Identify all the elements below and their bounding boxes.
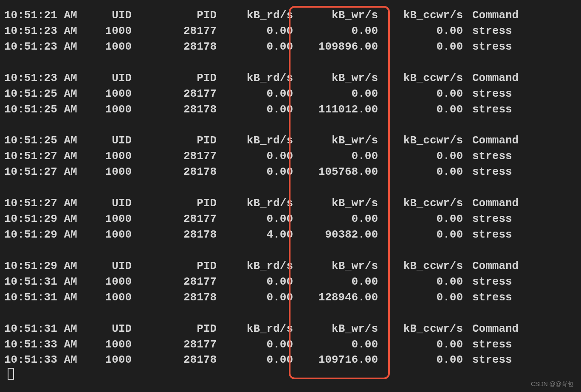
data-row: 10:51:33 AM1000281780.00109716.000.00str…: [4, 352, 577, 368]
uid-cell: 1000: [89, 290, 132, 305]
cursor: [8, 368, 14, 380]
pid-cell: PID: [132, 321, 217, 337]
data-row: 10:51:25 AM1000281780.00111012.000.00str…: [4, 102, 577, 118]
uid-cell: 1000: [89, 227, 132, 243]
time-cell: 10:51:29 AM: [4, 211, 89, 227]
kb-wr-cell: 0.00: [293, 211, 378, 227]
kb-wr-cell: 111012.00: [293, 102, 378, 118]
time-cell: 10:51:27 AM: [4, 196, 89, 211]
command-cell: Command: [463, 321, 549, 337]
kb-wr-cell: 105768.00: [293, 164, 378, 180]
data-row: 10:51:27 AM1000281780.00105768.000.00str…: [4, 164, 577, 180]
kb-wr-cell: 0.00: [293, 337, 378, 353]
header-row: 10:51:21 AMUIDPIDkB_rd/skB_wr/skB_ccwr/s…: [4, 8, 577, 23]
uid-cell: 1000: [89, 23, 132, 39]
time-cell: 10:51:33 AM: [4, 352, 89, 368]
command-cell: stress: [463, 164, 549, 180]
uid-cell: 1000: [89, 86, 132, 102]
kb-wr-cell: 128946.00: [293, 290, 378, 305]
kb-wr-cell: kB_wr/s: [293, 70, 378, 86]
pid-cell: 28178: [132, 290, 217, 305]
header-row: 10:51:29 AMUIDPIDkB_rd/skB_wr/skB_ccwr/s…: [4, 258, 577, 274]
kb-rd-cell: 0.00: [217, 290, 293, 305]
kb-rd-cell: 0.00: [217, 39, 293, 55]
uid-cell: 1000: [89, 164, 132, 180]
time-cell: 10:51:29 AM: [4, 258, 89, 274]
command-cell: stress: [463, 23, 549, 39]
kb-ccwr-cell: 0.00: [378, 227, 463, 243]
pid-cell: 28177: [132, 211, 217, 227]
uid-cell: UID: [89, 133, 132, 148]
pid-cell: 28178: [132, 227, 217, 243]
pid-cell: 28177: [132, 274, 217, 290]
uid-cell: 1000: [89, 148, 132, 164]
command-cell: stress: [463, 148, 549, 164]
pid-cell: PID: [132, 258, 217, 274]
data-row: 10:51:25 AM1000281770.000.000.00stress: [4, 86, 577, 102]
kb-ccwr-cell: kB_ccwr/s: [378, 133, 463, 148]
blank-line: [4, 305, 577, 321]
time-cell: 10:51:29 AM: [4, 227, 89, 243]
kb-wr-cell: kB_wr/s: [293, 133, 378, 148]
time-cell: 10:51:31 AM: [4, 321, 89, 337]
kb-rd-cell: 0.00: [217, 23, 293, 39]
time-cell: 10:51:31 AM: [4, 274, 89, 290]
time-cell: 10:51:23 AM: [4, 39, 89, 55]
kb-wr-cell: 90382.00: [293, 227, 378, 243]
kb-rd-cell: 0.00: [217, 148, 293, 164]
kb-rd-cell: kB_rd/s: [217, 8, 293, 23]
kb-rd-cell: 0.00: [217, 211, 293, 227]
kb-ccwr-cell: 0.00: [378, 86, 463, 102]
blank-line: [4, 117, 577, 133]
data-row: 10:51:31 AM1000281770.000.000.00stress: [4, 274, 577, 290]
pid-cell: 28177: [132, 86, 217, 102]
kb-ccwr-cell: kB_ccwr/s: [378, 196, 463, 211]
data-row: 10:51:23 AM1000281770.000.000.00stress: [4, 23, 577, 39]
uid-cell: UID: [89, 321, 132, 337]
header-row: 10:51:25 AMUIDPIDkB_rd/skB_wr/skB_ccwr/s…: [4, 133, 577, 148]
kb-wr-cell: 0.00: [293, 148, 378, 164]
kb-wr-cell: 109896.00: [293, 39, 378, 55]
time-cell: 10:51:27 AM: [4, 148, 89, 164]
command-cell: stress: [463, 274, 549, 290]
time-cell: 10:51:27 AM: [4, 164, 89, 180]
kb-ccwr-cell: 0.00: [378, 102, 463, 118]
pid-cell: 28177: [132, 337, 217, 353]
command-cell: Command: [463, 70, 549, 86]
data-row: 10:51:31 AM1000281780.00128946.000.00str…: [4, 290, 577, 305]
time-cell: 10:51:23 AM: [4, 23, 89, 39]
uid-cell: 1000: [89, 102, 132, 118]
uid-cell: UID: [89, 8, 132, 23]
time-cell: 10:51:21 AM: [4, 8, 89, 23]
kb-rd-cell: 0.00: [217, 337, 293, 353]
kb-ccwr-cell: 0.00: [378, 337, 463, 353]
kb-ccwr-cell: kB_ccwr/s: [378, 70, 463, 86]
kb-rd-cell: kB_rd/s: [217, 258, 293, 274]
command-cell: stress: [463, 337, 549, 353]
uid-cell: 1000: [89, 352, 132, 368]
command-cell: stress: [463, 102, 549, 118]
command-cell: Command: [463, 196, 549, 211]
kb-wr-cell: 0.00: [293, 86, 378, 102]
kb-ccwr-cell: 0.00: [378, 23, 463, 39]
kb-ccwr-cell: 0.00: [378, 164, 463, 180]
data-row: 10:51:23 AM1000281780.00109896.000.00str…: [4, 39, 577, 55]
pid-cell: PID: [132, 70, 217, 86]
pid-cell: PID: [132, 8, 217, 23]
pid-cell: PID: [132, 133, 217, 148]
pid-cell: 28178: [132, 352, 217, 368]
time-cell: 10:51:23 AM: [4, 70, 89, 86]
terminal-output: 10:51:21 AMUIDPIDkB_rd/skB_wr/skB_ccwr/s…: [0, 0, 581, 384]
kb-ccwr-cell: 0.00: [378, 352, 463, 368]
kb-ccwr-cell: kB_ccwr/s: [378, 321, 463, 337]
time-cell: 10:51:33 AM: [4, 337, 89, 353]
data-row: 10:51:27 AM1000281770.000.000.00stress: [4, 148, 577, 164]
command-cell: Command: [463, 258, 549, 274]
kb-wr-cell: 109716.00: [293, 352, 378, 368]
kb-rd-cell: kB_rd/s: [217, 196, 293, 211]
uid-cell: 1000: [89, 39, 132, 55]
data-row: 10:51:29 AM1000281784.0090382.000.00stre…: [4, 227, 577, 243]
kb-rd-cell: 0.00: [217, 352, 293, 368]
kb-rd-cell: 0.00: [217, 274, 293, 290]
command-cell: stress: [463, 39, 549, 55]
